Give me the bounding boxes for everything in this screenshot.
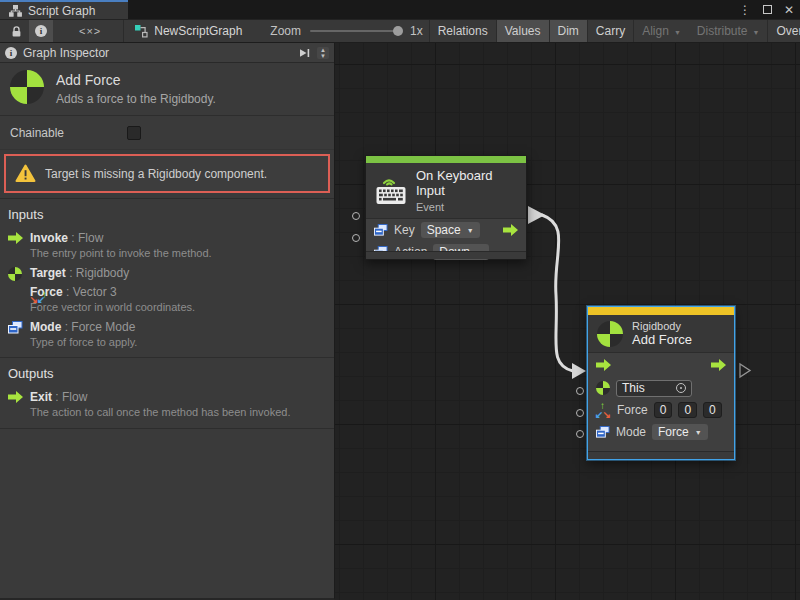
dock-panel-icon[interactable] <box>297 47 311 59</box>
rigidbody-icon <box>596 381 610 395</box>
distribute-button[interactable]: Distribute▼ <box>689 20 768 42</box>
script-graph-window: Script Graph ⋮ ✕ i <×> NewScriptGraph Zo… <box>0 0 800 600</box>
inspector-title: Graph Inspector <box>23 46 109 60</box>
chevron-down-icon: ▼ <box>753 29 760 36</box>
overview-button[interactable]: Overview <box>767 20 800 42</box>
dim-button[interactable]: Dim <box>549 20 587 42</box>
force-z-input[interactable]: 0 <box>703 402 722 418</box>
outputs-section: Outputs ExitFlow The action to call once… <box>0 358 334 429</box>
flow-arrow-icon <box>8 232 24 247</box>
inputs-section: Inputs InvokeFlow The entry point to inv… <box>0 199 334 358</box>
toolbar-separator <box>123 20 124 42</box>
rigidbody-icon <box>10 70 44 104</box>
node-footer <box>588 451 734 459</box>
enum-icon <box>596 426 610 439</box>
zoom-slider-thumb[interactable] <box>393 26 403 36</box>
chevron-down-icon: ▼ <box>467 227 474 234</box>
port-target[interactable] <box>576 387 584 395</box>
port-mode[interactable] <box>576 430 584 438</box>
node-add-force[interactable]: Rigidbody Add Force This ↑↙↘ Force 0 0 <box>587 306 735 460</box>
close-icon[interactable]: ✕ <box>784 3 794 17</box>
toolbar: i <×> NewScriptGraph Zoom 1x Relations V… <box>0 19 800 43</box>
warning-accent-bar <box>588 307 734 315</box>
graph-asset[interactable]: NewScriptGraph <box>134 20 242 42</box>
warning-section: Target is missing a Rigidbody component. <box>0 150 334 199</box>
port-action[interactable] <box>352 234 360 242</box>
port-key[interactable] <box>352 212 360 220</box>
vector3-icon: ↑↙↘ <box>596 403 611 418</box>
maximize-icon[interactable] <box>763 5 772 14</box>
flow-row <box>588 353 734 377</box>
flow-arrow-icon <box>8 391 24 406</box>
scroll-spinner[interactable]: ▲▼ <box>317 47 329 59</box>
chevron-down-icon: ▼ <box>674 29 681 36</box>
force-row: ↑↙↘ Force 0 0 0 <box>588 399 734 421</box>
warning-icon <box>15 164 36 183</box>
target-object-field[interactable]: This <box>616 380 692 397</box>
unit-description: Adds a force to the Rigidbody. <box>56 92 216 106</box>
force-label: Force <box>617 403 648 417</box>
keyboard-icon <box>375 176 407 206</box>
port-description: Type of force to apply. <box>0 335 334 351</box>
lock-button[interactable] <box>4 20 29 42</box>
node-title: On Keyboard Input <box>416 168 517 198</box>
node-footer <box>366 251 526 259</box>
titlebar: Script Graph ⋮ ✕ <box>0 0 800 19</box>
flow-out-arrow[interactable] <box>711 359 727 371</box>
graph-canvas[interactable]: On Keyboard Input Event Key Space▼ Actio… <box>335 43 800 600</box>
key-label: Key <box>394 223 415 237</box>
port-row-force: ↑↙↘ ForceVector 3 <box>0 281 334 300</box>
window-controls: ⋮ ✕ <box>739 0 794 19</box>
align-button[interactable]: Align▼ <box>633 20 689 42</box>
chainable-row: Chainable <box>0 116 334 150</box>
graph-asset-name: NewScriptGraph <box>154 24 242 38</box>
key-dropdown[interactable]: Space▼ <box>421 222 480 238</box>
inputs-heading: Inputs <box>0 199 334 227</box>
target-row: This <box>588 377 734 399</box>
info-icon: i <box>5 47 17 59</box>
flow-in-arrow[interactable] <box>596 359 612 371</box>
port-description: The action to call once the method has b… <box>0 405 334 421</box>
force-x-input[interactable]: 0 <box>654 402 673 418</box>
key-row: Key Space▼ <box>366 219 526 241</box>
port-description: Force vector in world coordinates. <box>0 300 334 316</box>
chevron-down-icon: ▼ <box>695 429 702 436</box>
node-header: On Keyboard Input Event <box>366 163 526 219</box>
enum-icon <box>374 224 388 237</box>
object-picker-icon[interactable] <box>676 383 686 393</box>
menu-icon[interactable]: ⋮ <box>739 3 751 17</box>
relations-button[interactable]: Relations <box>429 20 496 42</box>
outputs-heading: Outputs <box>0 358 334 386</box>
graph-asset-icon <box>134 24 148 38</box>
flow-out-arrow[interactable] <box>503 224 519 236</box>
mode-dropdown[interactable]: Force▼ <box>652 424 708 440</box>
mode-row: Mode Force▼ <box>588 421 734 443</box>
code-icon: <×> <box>79 25 101 37</box>
hierarchy-icon <box>9 5 22 17</box>
warning-box: Target is missing a Rigidbody component. <box>4 154 330 193</box>
chainable-checkbox[interactable] <box>127 126 141 140</box>
unit-summary: Add Force Adds a force to the Rigidbody. <box>0 63 334 116</box>
zoom-slider[interactable] <box>310 30 402 32</box>
port-force[interactable] <box>576 409 584 417</box>
chainable-label: Chainable <box>10 126 127 140</box>
info-icon: i <box>35 25 47 37</box>
values-button[interactable]: Values <box>496 20 549 42</box>
graph-inspector-panel: i Graph Inspector ▲▼ Add Force Adds a fo… <box>0 43 335 600</box>
tab-script-graph[interactable]: Script Graph <box>0 0 128 19</box>
tab-label: Script Graph <box>28 4 95 18</box>
zoom-label: Zoom <box>270 24 301 38</box>
force-y-input[interactable]: 0 <box>678 402 697 418</box>
node-subtitle: Event <box>416 201 517 213</box>
warning-text: Target is missing a Rigidbody component. <box>45 167 267 181</box>
inspector-header: i Graph Inspector ▲▼ <box>0 43 334 63</box>
node-title: Add Force <box>632 332 692 347</box>
edit-source-button[interactable]: <×> <box>53 20 107 42</box>
port-row-invoke: InvokeFlow <box>0 227 334 246</box>
enum-icon <box>8 321 24 336</box>
inspector-toggle-button[interactable]: i <box>29 20 53 42</box>
mode-label: Mode <box>616 425 646 439</box>
carry-button[interactable]: Carry <box>587 20 633 42</box>
node-on-keyboard-input[interactable]: On Keyboard Input Event Key Space▼ Actio… <box>365 155 527 260</box>
node-kind: Rigidbody <box>632 320 692 332</box>
